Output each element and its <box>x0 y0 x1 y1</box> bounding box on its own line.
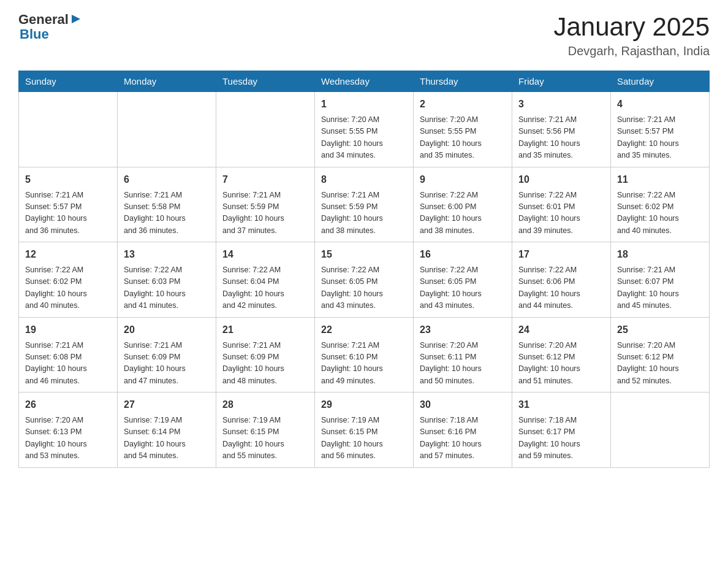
logo: General Blue <box>18 12 82 42</box>
day-number: 3 <box>518 97 604 112</box>
day-info: Sunrise: 7:21 AM Sunset: 6:10 PM Dayligh… <box>321 340 407 388</box>
calendar-cell: 15Sunrise: 7:22 AM Sunset: 6:05 PM Dayli… <box>315 242 414 318</box>
col-friday: Friday <box>512 71 611 92</box>
day-info: Sunrise: 7:20 AM Sunset: 6:12 PM Dayligh… <box>617 340 703 388</box>
col-wednesday: Wednesday <box>315 71 414 92</box>
calendar-cell: 2Sunrise: 7:20 AM Sunset: 5:55 PM Daylig… <box>414 92 512 167</box>
day-info: Sunrise: 7:22 AM Sunset: 6:06 PM Dayligh… <box>518 264 604 312</box>
calendar-cell: 26Sunrise: 7:20 AM Sunset: 6:13 PM Dayli… <box>19 393 118 468</box>
day-info: Sunrise: 7:20 AM Sunset: 5:55 PM Dayligh… <box>321 114 407 162</box>
calendar-cell: 31Sunrise: 7:18 AM Sunset: 6:17 PM Dayli… <box>512 393 611 468</box>
day-info: Sunrise: 7:19 AM Sunset: 6:15 PM Dayligh… <box>222 415 308 462</box>
calendar-cell: 9Sunrise: 7:22 AM Sunset: 6:00 PM Daylig… <box>414 167 512 242</box>
day-info: Sunrise: 7:22 AM Sunset: 6:01 PM Dayligh… <box>518 190 604 237</box>
calendar-cell: 25Sunrise: 7:20 AM Sunset: 6:12 PM Dayli… <box>611 317 710 393</box>
col-saturday: Saturday <box>611 71 710 92</box>
calendar-cell: 30Sunrise: 7:18 AM Sunset: 6:16 PM Dayli… <box>414 393 512 468</box>
calendar-cell: 6Sunrise: 7:21 AM Sunset: 5:58 PM Daylig… <box>118 167 216 242</box>
calendar-cell: 14Sunrise: 7:22 AM Sunset: 6:04 PM Dayli… <box>216 242 315 318</box>
calendar-cell: 3Sunrise: 7:21 AM Sunset: 5:56 PM Daylig… <box>512 92 611 167</box>
page-header: General Blue January 2025 Devgarh, Rajas… <box>18 12 710 58</box>
day-number: 20 <box>124 323 210 337</box>
day-info: Sunrise: 7:22 AM Sunset: 6:00 PM Dayligh… <box>420 190 506 237</box>
day-info: Sunrise: 7:21 AM Sunset: 6:08 PM Dayligh… <box>25 340 111 388</box>
day-number: 26 <box>25 397 111 412</box>
calendar-cell: 23Sunrise: 7:20 AM Sunset: 6:11 PM Dayli… <box>414 317 512 393</box>
day-number: 23 <box>420 323 506 337</box>
day-info: Sunrise: 7:21 AM Sunset: 6:09 PM Dayligh… <box>222 340 308 388</box>
calendar-cell: 13Sunrise: 7:22 AM Sunset: 6:03 PM Dayli… <box>118 242 216 318</box>
col-tuesday: Tuesday <box>216 71 315 92</box>
calendar-cell: 10Sunrise: 7:22 AM Sunset: 6:01 PM Dayli… <box>512 167 611 242</box>
day-number: 12 <box>25 247 111 262</box>
calendar-cell: 24Sunrise: 7:20 AM Sunset: 6:12 PM Dayli… <box>512 317 611 393</box>
title-area: January 2025 Devgarh, Rajasthan, India <box>553 12 710 58</box>
day-number: 15 <box>321 247 407 262</box>
calendar-cell: 11Sunrise: 7:22 AM Sunset: 6:02 PM Dayli… <box>611 167 710 242</box>
day-info: Sunrise: 7:20 AM Sunset: 5:55 PM Dayligh… <box>420 114 506 162</box>
day-info: Sunrise: 7:21 AM Sunset: 6:09 PM Dayligh… <box>124 340 210 388</box>
week-row-4: 26Sunrise: 7:20 AM Sunset: 6:13 PM Dayli… <box>19 393 710 468</box>
calendar-cell: 4Sunrise: 7:21 AM Sunset: 5:57 PM Daylig… <box>611 92 710 167</box>
calendar-cell: 5Sunrise: 7:21 AM Sunset: 5:57 PM Daylig… <box>19 167 118 242</box>
calendar-subtitle: Devgarh, Rajasthan, India <box>553 44 710 58</box>
header-row: Sunday Monday Tuesday Wednesday Thursday… <box>19 71 710 92</box>
day-info: Sunrise: 7:19 AM Sunset: 6:14 PM Dayligh… <box>124 415 210 462</box>
day-number: 19 <box>25 323 111 337</box>
calendar-title: January 2025 <box>553 12 710 42</box>
day-number: 6 <box>124 172 210 187</box>
calendar-cell: 19Sunrise: 7:21 AM Sunset: 6:08 PM Dayli… <box>19 317 118 393</box>
calendar-cell: 16Sunrise: 7:22 AM Sunset: 6:05 PM Dayli… <box>414 242 512 318</box>
col-thursday: Thursday <box>414 71 512 92</box>
day-number: 21 <box>222 323 308 337</box>
day-number: 22 <box>321 323 407 337</box>
week-row-0: 1Sunrise: 7:20 AM Sunset: 5:55 PM Daylig… <box>19 92 710 167</box>
day-number: 27 <box>124 397 210 412</box>
calendar-cell: 22Sunrise: 7:21 AM Sunset: 6:10 PM Dayli… <box>315 317 414 393</box>
col-sunday: Sunday <box>19 71 118 92</box>
day-info: Sunrise: 7:21 AM Sunset: 6:07 PM Dayligh… <box>617 264 703 312</box>
calendar-cell: 12Sunrise: 7:22 AM Sunset: 6:02 PM Dayli… <box>19 242 118 318</box>
calendar-table: Sunday Monday Tuesday Wednesday Thursday… <box>18 71 710 468</box>
day-info: Sunrise: 7:21 AM Sunset: 5:57 PM Dayligh… <box>25 190 111 237</box>
calendar-cell: 1Sunrise: 7:20 AM Sunset: 5:55 PM Daylig… <box>315 92 414 167</box>
col-monday: Monday <box>118 71 216 92</box>
day-number: 14 <box>222 247 308 262</box>
day-number: 17 <box>518 247 604 262</box>
day-info: Sunrise: 7:22 AM Sunset: 6:02 PM Dayligh… <box>25 264 111 312</box>
day-info: Sunrise: 7:20 AM Sunset: 6:11 PM Dayligh… <box>420 340 506 388</box>
logo-general: General <box>18 12 69 27</box>
day-info: Sunrise: 7:18 AM Sunset: 6:16 PM Dayligh… <box>420 415 506 462</box>
day-info: Sunrise: 7:21 AM Sunset: 5:59 PM Dayligh… <box>222 190 308 237</box>
day-number: 30 <box>420 397 506 412</box>
week-row-2: 12Sunrise: 7:22 AM Sunset: 6:02 PM Dayli… <box>19 242 710 318</box>
day-info: Sunrise: 7:22 AM Sunset: 6:05 PM Dayligh… <box>321 264 407 312</box>
calendar-cell: 20Sunrise: 7:21 AM Sunset: 6:09 PM Dayli… <box>118 317 216 393</box>
day-number: 4 <box>617 97 703 112</box>
week-row-1: 5Sunrise: 7:21 AM Sunset: 5:57 PM Daylig… <box>19 167 710 242</box>
calendar-cell: 28Sunrise: 7:19 AM Sunset: 6:15 PM Dayli… <box>216 393 315 468</box>
day-number: 24 <box>518 323 604 337</box>
calendar-cell: 7Sunrise: 7:21 AM Sunset: 5:59 PM Daylig… <box>216 167 315 242</box>
day-info: Sunrise: 7:22 AM Sunset: 6:05 PM Dayligh… <box>420 264 506 312</box>
day-number: 9 <box>420 172 506 187</box>
day-number: 2 <box>420 97 506 112</box>
calendar-cell <box>118 92 216 167</box>
day-info: Sunrise: 7:19 AM Sunset: 6:15 PM Dayligh… <box>321 415 407 462</box>
day-info: Sunrise: 7:21 AM Sunset: 5:56 PM Dayligh… <box>518 114 604 162</box>
calendar-cell: 8Sunrise: 7:21 AM Sunset: 5:59 PM Daylig… <box>315 167 414 242</box>
week-row-3: 19Sunrise: 7:21 AM Sunset: 6:08 PM Dayli… <box>19 317 710 393</box>
calendar-cell: 18Sunrise: 7:21 AM Sunset: 6:07 PM Dayli… <box>611 242 710 318</box>
day-number: 8 <box>321 172 407 187</box>
calendar-cell <box>611 393 710 468</box>
calendar-cell: 21Sunrise: 7:21 AM Sunset: 6:09 PM Dayli… <box>216 317 315 393</box>
day-info: Sunrise: 7:21 AM Sunset: 5:57 PM Dayligh… <box>617 114 703 162</box>
day-info: Sunrise: 7:20 AM Sunset: 6:12 PM Dayligh… <box>518 340 604 388</box>
day-number: 29 <box>321 397 407 412</box>
day-info: Sunrise: 7:20 AM Sunset: 6:13 PM Dayligh… <box>25 415 111 462</box>
day-info: Sunrise: 7:21 AM Sunset: 5:59 PM Dayligh… <box>321 190 407 237</box>
day-number: 11 <box>617 172 703 187</box>
calendar-cell <box>216 92 315 167</box>
day-number: 1 <box>321 97 407 112</box>
day-number: 28 <box>222 397 308 412</box>
